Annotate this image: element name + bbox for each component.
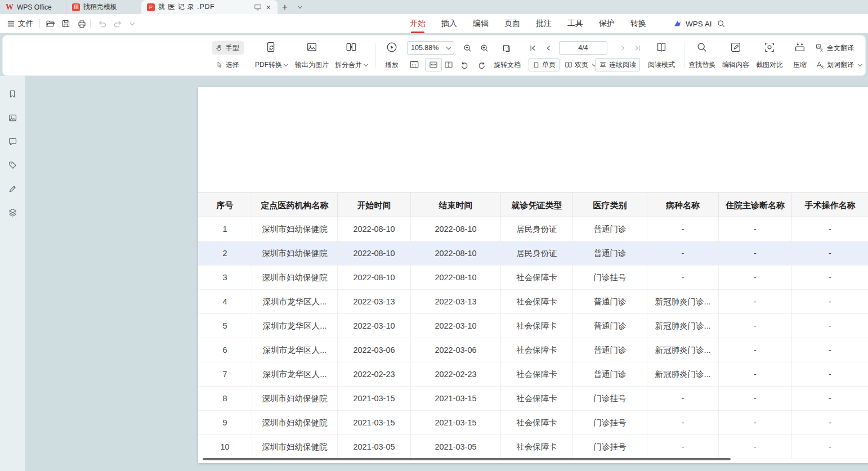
layers-panel-button[interactable] (7, 207, 18, 218)
ribbon-tab-protect[interactable]: 保护 (599, 14, 615, 33)
read-mode-button[interactable]: 阅读模式 (643, 39, 679, 73)
table-cell: - (719, 241, 792, 266)
rotate-right-button[interactable] (477, 58, 486, 71)
bookmarks-panel-button[interactable] (7, 88, 18, 100)
screenshot-compare-button[interactable]: 截图对比 (753, 39, 786, 73)
table-cell: 2022-03-13 (411, 290, 501, 314)
new-tab-button[interactable]: + (278, 0, 292, 14)
tab-docer-templates[interactable]: 稻 找稻壳模板 (66, 0, 141, 14)
ribbon-tab-tools[interactable]: 工具 (567, 14, 583, 33)
find-replace-button[interactable]: 查找替换 (685, 39, 719, 73)
thumbnails-panel-button[interactable] (7, 112, 18, 123)
redo-button[interactable] (111, 17, 124, 30)
export-image-button[interactable]: 输出为图片 (292, 39, 332, 73)
ribbon-tab-insert[interactable]: 插入 (441, 14, 457, 33)
rotate-document-button[interactable]: 旋转文档 (494, 58, 521, 71)
tab-list-chevron-icon[interactable] (292, 0, 306, 14)
fit-page-button[interactable] (444, 58, 453, 71)
table-cell: 深圳市妇幼保健院 (252, 266, 338, 290)
tab-document[interactable]: P 就 医 记 录 .PDF × (141, 0, 278, 14)
tab-wps-office[interactable]: W WPS Office (0, 0, 66, 14)
compress-icon (794, 41, 806, 53)
zoom-in-button[interactable] (478, 42, 490, 53)
play-button[interactable]: 播放 (379, 39, 405, 73)
table-row: 5深圳市龙华区人...2022-03-102022-03-10社会保障卡普通门诊… (198, 314, 868, 338)
table-row: 3深圳市妇幼保健院2022-08-102022-08-10社会保障卡门诊挂号--… (198, 266, 868, 290)
menu-bar: 文件 开始 插入 编辑 页面 批注 工具 保护 转换 (0, 14, 868, 33)
edit-content-button[interactable]: 编辑内容 (719, 39, 753, 73)
print-button[interactable] (75, 17, 88, 30)
table-cell: 深圳市妇幼保健院 (252, 241, 338, 266)
zoom-out-button[interactable] (461, 42, 473, 53)
table-cell: 2022-02-23 (338, 362, 411, 387)
select-tool-button[interactable]: 选择 (212, 58, 243, 71)
rotate-left-button[interactable] (460, 58, 469, 71)
wps-pdf-window: W WPS Office 稻 找稻壳模板 P 就 医 记 录 .PDF × + … (0, 0, 868, 471)
horizontal-scrollbar[interactable] (203, 458, 731, 460)
find-replace-icon (696, 41, 708, 53)
zoom-level-select[interactable]: 105.88% (407, 41, 454, 55)
undo-history-chevron-icon[interactable] (125, 17, 137, 30)
table-cell: 2021-03-15 (338, 387, 411, 411)
svg-text:1:1: 1:1 (411, 64, 416, 67)
pdf-file-icon: P (147, 3, 155, 11)
hand-icon (215, 44, 223, 52)
column-header: 医疗类别 (573, 192, 647, 217)
page-indicator: 4/4 (578, 44, 588, 52)
select-tool-label: 选择 (226, 60, 239, 70)
table-cell: - (647, 217, 719, 241)
redo-icon (113, 19, 123, 29)
table-cell: 2022-08-10 (411, 217, 501, 241)
ribbon-tab-convert[interactable]: 转换 (630, 14, 646, 33)
search-icon (717, 19, 726, 28)
fit-width-button[interactable] (425, 58, 442, 71)
table-cell: 2021-03-15 (411, 411, 501, 435)
ribbon-tab-page[interactable]: 页面 (504, 14, 520, 33)
file-menu-button[interactable]: 文件 (7, 14, 33, 33)
first-page-button[interactable] (526, 42, 539, 53)
wps-ai-button[interactable]: WPS AI (673, 14, 712, 33)
find-replace-label: 查找替换 (688, 60, 715, 70)
save-button[interactable] (60, 17, 72, 30)
split-merge-button[interactable]: 拆分合并 (333, 39, 370, 73)
ribbon-tab-comment[interactable]: 批注 (536, 14, 552, 33)
last-page-button[interactable] (631, 42, 643, 53)
table-cell: 社会保障卡 (501, 338, 573, 362)
close-tab-icon[interactable]: × (265, 3, 272, 12)
medical-records-table: 序号 定点医药机构名称 开始时间 结束时间 就诊凭证类型 医疗类别 病种名称 住… (198, 192, 868, 459)
full-translate-button[interactable]: A文 全文翻译 (816, 41, 854, 55)
table-cell: - (719, 387, 792, 411)
file-menu-label: 文件 (18, 19, 33, 29)
ribbon-tab-home[interactable]: 开始 (410, 14, 426, 33)
table-cell: - (719, 217, 792, 241)
tags-panel-button[interactable] (7, 159, 18, 171)
double-page-icon (565, 61, 572, 69)
tab-docer-label: 找稻壳模板 (83, 2, 117, 12)
table-cell: 2022-03-06 (411, 338, 501, 362)
table-cell: - (792, 387, 868, 411)
table-cell: 5 (198, 314, 252, 338)
undo-button[interactable] (96, 17, 108, 30)
hand-tool-button[interactable]: 手型 (212, 41, 244, 55)
page-number-input[interactable]: 4/4 (559, 41, 607, 55)
next-page-button[interactable] (616, 42, 629, 53)
document-area[interactable]: 序号 定点医药机构名称 开始时间 结束时间 就诊凭证类型 医疗类别 病种名称 住… (25, 76, 868, 471)
previous-page-button[interactable] (542, 42, 554, 53)
compress-button[interactable]: 压缩 (786, 39, 813, 73)
comments-panel-button[interactable] (7, 136, 18, 147)
double-page-button[interactable]: 双页 (561, 58, 599, 71)
pdf-convert-button[interactable]: PDF转换 (253, 39, 290, 73)
table-cell: 新冠肺炎门诊... (647, 338, 719, 362)
menu-search-button[interactable] (715, 17, 727, 30)
actual-size-button[interactable]: 1:1 (409, 58, 419, 71)
pages-arrow-icon (502, 43, 512, 53)
new-window-view-button[interactable] (500, 42, 513, 53)
open-file-button[interactable] (44, 17, 56, 30)
monitor-icon[interactable] (254, 3, 262, 11)
column-header: 住院主诊断名称 (719, 192, 792, 217)
ribbon-tab-edit[interactable]: 编辑 (473, 14, 489, 33)
single-page-button[interactable]: 单页 (529, 58, 560, 71)
word-translate-button[interactable]: 文 划词翻译 (816, 58, 862, 71)
continuous-read-button[interactable]: 连续阅读 (595, 58, 640, 71)
annotate-panel-button[interactable] (7, 183, 18, 194)
